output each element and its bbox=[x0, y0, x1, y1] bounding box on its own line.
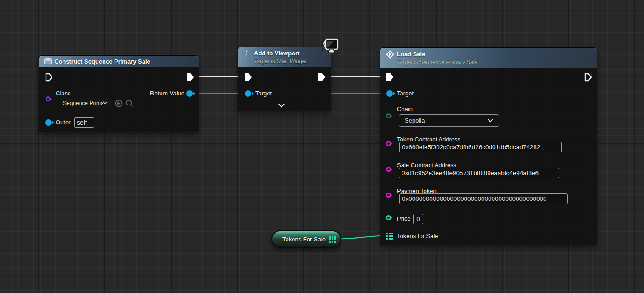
price-field[interactable] bbox=[413, 214, 423, 224]
tokens-for-sale-label: Tokens for Sale bbox=[397, 233, 438, 240]
function-call-diamond-icon bbox=[386, 50, 394, 59]
node-construct-sequence-primary-sale[interactable]: Construct Sequence Primary Sale Class Se… bbox=[39, 55, 199, 132]
token-contract-address-pin[interactable] bbox=[386, 141, 391, 146]
array-wire-tokens[interactable] bbox=[339, 236, 386, 239]
return-value-pin[interactable] bbox=[186, 90, 193, 97]
class-pin[interactable] bbox=[46, 96, 51, 101]
chain-pin[interactable] bbox=[386, 113, 391, 118]
tokens-for-sale-array-pin[interactable] bbox=[386, 233, 393, 240]
node-load-sale[interactable]: Load Sale Target is Sequence Primary Sal… bbox=[380, 47, 597, 245]
browse-search-icon[interactable] bbox=[126, 100, 133, 107]
class-pin-label: Class bbox=[56, 90, 71, 97]
widget-class-icon bbox=[44, 58, 52, 64]
node-header[interactable]: Load Sale Target is Sequence Primary Sal… bbox=[380, 48, 597, 68]
sale-contract-address-pin[interactable] bbox=[386, 167, 391, 172]
exec-in-pin[interactable] bbox=[45, 73, 53, 82]
chain-select-dropdown[interactable]: Sepolia bbox=[399, 114, 499, 127]
node-title: Add to Viewport bbox=[254, 50, 299, 57]
exec-out-pin[interactable] bbox=[584, 73, 592, 82]
chain-pin-label: Chain bbox=[397, 106, 413, 112]
node-title: Load Sale bbox=[397, 51, 425, 58]
token-contract-address-field[interactable] bbox=[399, 142, 562, 152]
class-select-dropdown[interactable]: Sequence Prima bbox=[60, 98, 111, 108]
outer-value-field[interactable] bbox=[74, 117, 94, 128]
variable-title: Tokens For Sale bbox=[282, 236, 326, 243]
exec-out-pin[interactable] bbox=[318, 73, 326, 82]
node-add-to-viewport[interactable]: ƒ Add to Viewport Target is User Widget … bbox=[238, 47, 331, 111]
return-value-label: Return Value bbox=[150, 90, 184, 97]
exec-out-pin[interactable] bbox=[186, 73, 194, 82]
target-pin-label: Target bbox=[397, 90, 414, 97]
chevron-down-icon bbox=[488, 119, 493, 123]
chevron-down-icon bbox=[103, 101, 108, 105]
node-tokens-for-sale-variable[interactable]: Tokens For Sale bbox=[271, 230, 341, 248]
outer-pin-label: Outer bbox=[56, 119, 71, 126]
target-pin-label: Target bbox=[255, 90, 272, 97]
client-monitor-icon bbox=[321, 38, 339, 54]
function-icon: ƒ bbox=[244, 49, 248, 57]
price-pin[interactable] bbox=[386, 215, 391, 220]
node-title: Construct Sequence Primary Sale bbox=[54, 58, 150, 65]
exec-in-pin[interactable] bbox=[386, 73, 394, 82]
expand-advanced-chevron-icon[interactable] bbox=[278, 103, 285, 108]
target-pin[interactable] bbox=[245, 90, 251, 97]
payment-token-field[interactable] bbox=[399, 193, 568, 204]
blueprint-graph-canvas[interactable]: Construct Sequence Primary Sale Class Se… bbox=[0, 0, 644, 293]
use-selected-icon[interactable] bbox=[115, 100, 123, 107]
tokens-for-sale-output-pin[interactable] bbox=[329, 236, 336, 243]
node-header[interactable]: Construct Sequence Primary Sale bbox=[39, 56, 199, 67]
sale-contract-address-field[interactable] bbox=[399, 168, 559, 178]
node-subtitle: Target is Sequence Primary Sale bbox=[397, 59, 477, 65]
node-subtitle: Target is User Widget bbox=[254, 58, 307, 64]
node-header[interactable]: ƒ Add to Viewport Target is User Widget bbox=[238, 47, 331, 67]
target-pin[interactable] bbox=[386, 90, 393, 97]
price-label: Price bbox=[397, 216, 411, 222]
class-select-value: Sequence Prima bbox=[63, 100, 103, 106]
chain-select-value: Sepolia bbox=[405, 117, 488, 124]
exec-in-pin[interactable] bbox=[244, 73, 252, 82]
outer-pin[interactable] bbox=[45, 119, 52, 126]
payment-token-pin[interactable] bbox=[386, 193, 391, 198]
